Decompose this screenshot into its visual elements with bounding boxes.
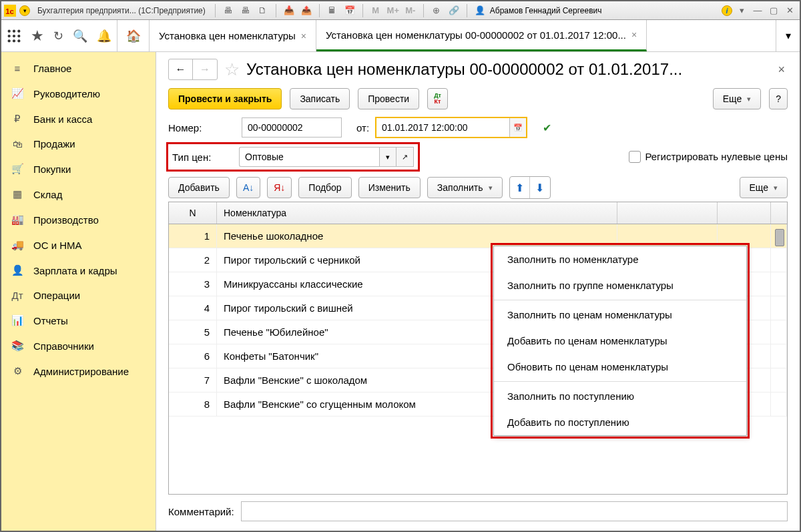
fill-button[interactable]: Заполнить (427, 177, 503, 198)
move-down-button[interactable]: ⬇ (530, 177, 550, 198)
date-label: от: (356, 122, 369, 134)
menu-item[interactable]: Заполнить по поступлению (494, 383, 746, 409)
sidebar-label: Покупки (33, 164, 71, 175)
sidebar-item[interactable]: 📊Отчеты (1, 308, 156, 333)
edit-button[interactable]: Изменить (358, 177, 421, 198)
print2-icon[interactable]: 🖶 (238, 4, 253, 17)
print-icon[interactable]: 🖶 (221, 4, 236, 17)
tab-close-icon[interactable]: × (631, 29, 637, 40)
search-icon[interactable]: 🔍 (73, 29, 87, 43)
date-field[interactable] (376, 117, 509, 138)
sidebar-item[interactable]: 🛒Покупки (1, 156, 156, 182)
sidebar-icon: 🛍 (11, 138, 24, 150)
sort-desc-button[interactable]: Я↓ (267, 177, 292, 198)
pricetype-open-icon[interactable]: ↗ (396, 147, 414, 167)
tab-close-icon[interactable]: × (301, 31, 306, 41)
table-more-button[interactable]: Еще (740, 177, 788, 198)
home-button[interactable]: 🏠 (117, 20, 150, 51)
sidebar-item[interactable]: ≡Главное (1, 56, 156, 81)
menu-item[interactable]: Обновить по ценам номенклатуры (494, 354, 746, 380)
favorite-star-icon[interactable]: ☆ (224, 59, 240, 80)
cell-currency (718, 224, 771, 248)
mminus-icon[interactable]: M- (403, 4, 418, 17)
svg-point-5 (8, 34, 11, 37)
favorites-icon[interactable]: ★ (31, 27, 44, 45)
more-button[interactable]: Еще (713, 88, 762, 109)
calendar-icon[interactable]: 📅 (342, 4, 357, 17)
post-button[interactable]: Провести (358, 88, 419, 109)
fill-menu: Заполнить по номенклатуреЗаполнить по гр… (493, 246, 747, 436)
main-panel: ← → ☆ Установка цен номенклатуры 00-0000… (156, 52, 800, 531)
menu-item[interactable]: Заполнить по номенклатуре (494, 246, 746, 272)
menu-item[interactable]: Заполнить по ценам номенклатуры (494, 302, 746, 328)
forward-button[interactable]: → (193, 59, 217, 79)
move-up-button[interactable]: ⬆ (510, 177, 530, 198)
pricetype-field[interactable] (239, 147, 379, 167)
tab-1[interactable]: Установка цен номенклатуры× (150, 20, 316, 51)
dtkt-button[interactable]: ДтКт (427, 88, 448, 109)
minimize-icon[interactable]: — (750, 4, 765, 17)
sidebar-item[interactable]: 🏭Производство (1, 207, 156, 232)
sidebar-item[interactable]: 🛍Продажи (1, 131, 156, 156)
pricetype-dropdown-icon[interactable]: ▾ (379, 147, 396, 167)
tab-2[interactable]: Установка цен номенклатуры 00-00000002 о… (316, 20, 647, 51)
cell-n: 7 (169, 368, 217, 392)
close-icon[interactable]: ✕ (782, 4, 797, 17)
history-icon[interactable]: ↻ (53, 29, 63, 43)
sidebar-item[interactable]: ₽Банк и касса (1, 106, 156, 131)
menu-item[interactable]: Добавить по поступлению (494, 409, 746, 435)
dtkt-icon: ДтКт (434, 93, 441, 105)
user-name: Абрамов Геннадий Сергеевич (490, 6, 602, 15)
link-icon[interactable]: 🔗 (447, 4, 461, 17)
col-currency-header[interactable] (718, 202, 771, 224)
table-row[interactable]: 1 Печенье шоколадное (169, 224, 787, 248)
menu-item[interactable]: Добавить по ценам номенклатуры (494, 328, 746, 354)
post-close-button[interactable]: Провести и закрыть (168, 88, 282, 109)
help-button[interactable]: ? (769, 88, 788, 109)
add-button[interactable]: Добавить (168, 177, 230, 198)
compare-icon[interactable]: 📤 (299, 4, 314, 17)
sidebar-label: Справочники (33, 340, 94, 352)
sidebar-item[interactable]: 📈Руководителю (1, 81, 156, 106)
sidebar-item[interactable]: ДтОперации (1, 283, 156, 308)
sidebar-label: ОС и НМА (33, 240, 82, 251)
bell-icon[interactable]: 🔔 (97, 29, 111, 43)
sidebar-item[interactable]: ⚙Администрирование (1, 358, 156, 384)
sidebar-item[interactable]: 📚Справочники (1, 333, 156, 358)
document-close-icon[interactable]: × (775, 60, 788, 79)
save-icon[interactable]: 📥 (282, 4, 296, 17)
write-button[interactable]: Записать (290, 88, 350, 109)
col-name-header[interactable]: Номенклатура (217, 202, 617, 224)
calendar-picker-icon[interactable]: 📅 (509, 117, 527, 138)
cell-n: 8 (169, 392, 217, 416)
dropdown-icon[interactable]: ▾ (19, 5, 31, 17)
sidebar-label: Склад (33, 189, 62, 200)
tabs-more-icon[interactable]: ▾ (776, 20, 800, 51)
sidebar-item[interactable]: ▦Склад (1, 182, 156, 207)
refresh-icon[interactable]: ⊕ (429, 4, 444, 17)
maximize-icon[interactable]: ▢ (766, 4, 781, 17)
mplus-icon[interactable]: M+ (386, 4, 400, 17)
sidebar-item[interactable]: 👤Зарплата и кадры (1, 258, 156, 283)
pick-button[interactable]: Подбор (298, 177, 351, 198)
comment-field[interactable] (241, 501, 788, 521)
preview-icon[interactable]: 🗋 (256, 4, 270, 17)
dropdown2-icon[interactable]: ▾ (734, 4, 749, 17)
info-icon[interactable]: i (721, 5, 733, 17)
scrollbar-thumb[interactable] (775, 229, 784, 246)
apps-icon[interactable] (7, 29, 21, 43)
col-price-header[interactable] (617, 202, 718, 224)
sort-asc-button[interactable]: А↓ (236, 177, 260, 198)
calc-icon[interactable]: 🖩 (325, 4, 340, 17)
cell-n: 3 (169, 272, 217, 296)
nav-buttons: ← → (168, 59, 218, 80)
menu-item[interactable]: Заполнить по группе номенклатуры (494, 272, 746, 298)
cell-price (617, 224, 718, 248)
number-field[interactable] (242, 117, 342, 138)
sidebar: ≡Главное📈Руководителю₽Банк и касса🛍Прода… (1, 52, 156, 531)
sidebar-item[interactable]: 🚚ОС и НМА (1, 232, 156, 258)
m-icon[interactable]: M (368, 4, 383, 17)
zero-prices-checkbox[interactable]: Регистрировать нулевые цены (629, 151, 788, 163)
back-button[interactable]: ← (169, 59, 193, 79)
col-n-header[interactable]: N (169, 202, 217, 224)
